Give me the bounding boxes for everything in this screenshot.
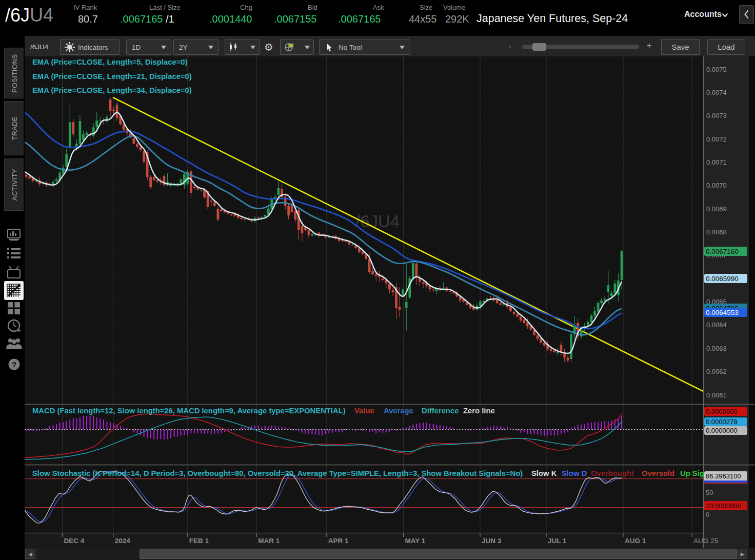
svg-text:JUN 3: JUN 3 — [482, 537, 502, 545]
svg-text:86.3963100: 86.3963100 — [706, 472, 741, 480]
svg-text:APR 1: APR 1 — [328, 537, 349, 545]
svg-text:0.0063: 0.0063 — [706, 345, 727, 352]
svg-text:FEB 1: FEB 1 — [189, 537, 209, 545]
svg-text:0.0068: 0.0068 — [706, 228, 727, 236]
svg-text:0.0065990: 0.0065990 — [706, 275, 739, 283]
svg-text:20.0000000: 20.0000000 — [706, 502, 741, 510]
svg-text:0.0069: 0.0069 — [706, 205, 727, 213]
svg-text:MAY 1: MAY 1 — [405, 537, 426, 545]
svg-text:0: 0 — [706, 511, 709, 518]
svg-text:AUG 1: AUG 1 — [625, 537, 646, 545]
svg-text:0.0000278: 0.0000278 — [706, 418, 737, 426]
svg-text:0.0073: 0.0073 — [706, 112, 727, 119]
svg-text:MACD (Fast length=12, Slow len: MACD (Fast length=12, Slow length=26, MA… — [32, 407, 495, 415]
svg-text:2024: 2024 — [115, 537, 131, 545]
svg-text:0.0075: 0.0075 — [706, 66, 727, 73]
svg-text:0.0064553: 0.0064553 — [706, 309, 739, 316]
svg-text:DEC 4: DEC 4 — [64, 537, 85, 545]
svg-text:EMA (Price=CLOSE, Length=21, D: EMA (Price=CLOSE, Length=21, Displace=0) — [32, 72, 192, 81]
svg-text:0.0062: 0.0062 — [706, 368, 727, 375]
svg-text:0.0071: 0.0071 — [706, 158, 727, 166]
svg-text:AUG 25: AUG 25 — [693, 537, 718, 545]
svg-text:0.0070: 0.0070 — [706, 182, 727, 189]
svg-text:0.0074: 0.0074 — [706, 89, 727, 96]
svg-text:MAR 1: MAR 1 — [258, 537, 280, 545]
svg-text:EMA (Price=CLOSE, Length=5, Di: EMA (Price=CLOSE, Length=5, Displace=0) — [32, 58, 188, 66]
svg-text:50: 50 — [706, 489, 713, 496]
svg-text:0.0072: 0.0072 — [706, 135, 727, 143]
svg-text:0.0061: 0.0061 — [706, 391, 727, 399]
svg-text:0.0067160: 0.0067160 — [706, 248, 739, 255]
svg-text:EMA (Price=CLOSE, Length=34, D: EMA (Price=CLOSE, Length=34, Displace=0) — [32, 86, 192, 94]
svg-text:0.0000000: 0.0000000 — [706, 427, 737, 434]
svg-text:JUL 1: JUL 1 — [548, 537, 567, 545]
svg-text:0.0000600: 0.0000600 — [706, 408, 737, 415]
svg-text:Slow Stochastic (K Period=14,: Slow Stochastic (K Period=14, D Period=3… — [32, 469, 709, 477]
svg-text:0.0064: 0.0064 — [706, 321, 727, 329]
